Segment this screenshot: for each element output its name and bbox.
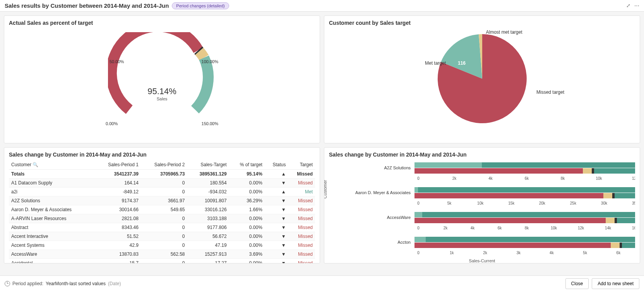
col-p2[interactable]: Sales-Period 2 — [141, 160, 187, 170]
page-header: Sales results by Customer between 2014-M… — [0, 0, 644, 12]
y-axis-label: Customer — [324, 180, 327, 198]
card-gauge: Actual Sales as percent of target 0.00% … — [4, 15, 320, 143]
col-pct[interactable]: % of target — [229, 160, 265, 170]
footer-value: YearMonth-last sorted values — [46, 281, 106, 286]
pie-chart[interactable]: Almost met target Met target Missed targ… — [329, 28, 635, 129]
bar-category: Aaron D. Meyer & Associates — [331, 190, 414, 195]
x-axis-label: Sales-Current — [329, 258, 635, 263]
card-title: Sales change by Customer in 2014-May and… — [329, 152, 635, 158]
bar-row: AccessWare — [331, 210, 635, 225]
footer-bar: Period applied: YearMonth-last sorted va… — [0, 276, 644, 291]
pie-val-met: 116 — [458, 60, 466, 66]
pie-label-missed: Missed target — [536, 90, 564, 95]
table-row[interactable]: a2i-849.120-934.0320.00%▲Met — [9, 188, 315, 196]
pie-label-met: Met target — [425, 60, 446, 66]
close-button[interactable]: Close — [565, 278, 589, 289]
bar-category: A2Z Solutions — [331, 165, 414, 170]
gauge-value: 95.14% — [147, 86, 176, 96]
pie-label-almost: Almost met target — [486, 29, 522, 35]
bar-category: Accton — [331, 240, 414, 245]
card-bars: Sales change by Customer in 2014-May and… — [324, 147, 640, 263]
bar-row: Accton — [331, 234, 635, 250]
card-title: Customer count by Sales target — [329, 20, 635, 26]
footer-prefix: Period applied: — [12, 281, 43, 286]
axis-ticks: 02k4k6k8k10k12k14k16k — [418, 226, 635, 231]
table-row[interactable]: A-ARVIN Laser Resources2821.0803103.1880… — [9, 214, 315, 223]
footer-sub: (Date) — [108, 281, 121, 286]
collapse-icon[interactable]: ⤢ — [626, 3, 630, 9]
search-icon[interactable]: 🔍 — [33, 162, 38, 167]
more-icon[interactable]: ⋯ — [634, 3, 639, 9]
axis-ticks: 05k10k15k20k25k30k35k — [418, 201, 635, 207]
table-row[interactable]: Accidental15.7017.270.00%▼Missed — [9, 259, 315, 264]
gauge-tick-100: 100.00% — [202, 59, 218, 64]
bar-category: AccessWare — [331, 215, 414, 220]
gauge-tick-0: 0.00% — [106, 121, 118, 126]
page-title: Sales results by Customer between 2014-M… — [5, 2, 169, 9]
table-row[interactable]: A2Z Solutions9174.373661.9710091.80736.2… — [9, 196, 315, 205]
card-title: Actual Sales as percent of target — [9, 20, 315, 26]
table-header: Customer 🔍 Sales-Period 1 Sales-Period 2… — [9, 160, 315, 170]
table-row[interactable]: Accent Systems42.9047.190.00%▼Missed — [9, 241, 315, 250]
bar-chart[interactable]: A2Z Solutions 02k4k6k8k10k12k Aaron D. M… — [331, 160, 635, 257]
card-table: Sales change by Customer in 2014-May and… — [4, 147, 320, 263]
axis-ticks: 02k4k6k8k10k12k — [418, 176, 635, 182]
gauge-chart[interactable]: 0.00% 50.00% 100.00% 150.00% 95.14% Sale… — [9, 28, 315, 129]
table-row[interactable]: Abstract8343.4609177.8060.00%▼Missed — [9, 223, 315, 232]
card-pie: Customer count by Sales target Almost me… — [324, 15, 640, 143]
bar-row: Aaron D. Meyer & Associates — [331, 185, 635, 200]
gauge-tick-50: 50.00% — [110, 59, 124, 64]
col-p1[interactable]: Sales-Period 1 — [94, 160, 141, 170]
bar-row: A2Z Solutions — [331, 160, 635, 176]
axis-ticks: 01k2k3k4k5k6k — [418, 251, 635, 256]
table-row[interactable]: Aaron D. Meyer & Associates30014.66549.6… — [9, 205, 315, 214]
clock-icon — [5, 281, 10, 286]
table-row[interactable]: A1 Datacom Supply164.140180.5540.00%▼Mis… — [9, 179, 315, 188]
add-sheet-button[interactable]: Add to new sheet — [592, 278, 639, 289]
card-title: Sales change by Customer in 2014-May and… — [9, 152, 315, 158]
table-row[interactable]: AccessWare13870.83562.5815257.9133.69%▼M… — [9, 250, 315, 259]
gauge-tick-150: 150.00% — [202, 121, 218, 126]
period-badge[interactable]: Period changes (detailed) — [172, 2, 229, 9]
sales-table[interactable]: Customer 🔍 Sales-Period 1 Sales-Period 2… — [9, 160, 315, 263]
pie-val-missed: 172 — [526, 90, 533, 95]
col-targetlbl[interactable]: Target — [288, 160, 315, 170]
col-status[interactable]: Status — [265, 160, 288, 170]
table-row[interactable]: Accent Interactive51.52056.6720.00%▼Miss… — [9, 232, 315, 241]
col-target[interactable]: Sales-Target — [187, 160, 229, 170]
gauge-sublabel: Sales — [147, 96, 176, 101]
table-row-totals[interactable]: Totals3541237.393705965.733895361.12995.… — [9, 170, 315, 179]
col-customer[interactable]: Customer — [11, 162, 31, 167]
